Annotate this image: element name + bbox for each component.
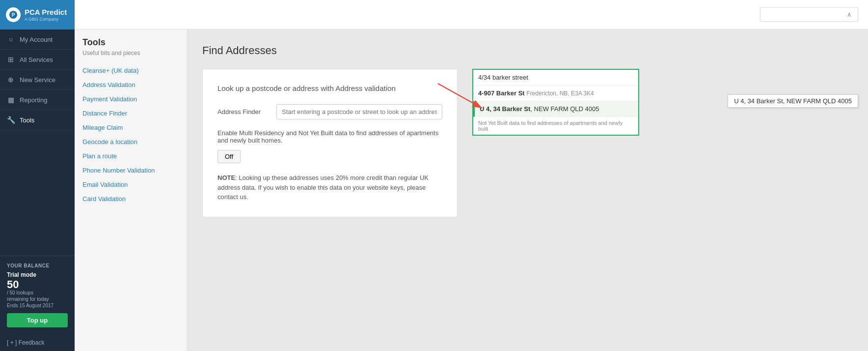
sidebar-item-reporting[interactable]: ▦ Reporting xyxy=(0,90,75,110)
note-section: NOTE: Looking up these addresses uses 20… xyxy=(217,173,442,202)
tools-link-email[interactable]: Email Validation xyxy=(75,177,187,192)
topup-button[interactable]: Top up xyxy=(7,313,68,327)
tools-icon: 🔧 xyxy=(7,116,15,124)
topbar: ∧ xyxy=(75,0,868,29)
autocomplete-item-main-0: 4-907 Barker St Fredericton, NB, E3A 3K4 xyxy=(478,89,633,97)
address-finder-label: Address Finder xyxy=(217,104,276,116)
toggle-row: Off xyxy=(217,150,442,163)
tools-link-payment[interactable]: Payment Validation xyxy=(75,92,187,106)
tools-subtitle: Useful bits and pieces xyxy=(75,50,187,57)
tools-link-phone[interactable]: Phone Number Validation xyxy=(75,163,187,177)
autocomplete-input[interactable] xyxy=(473,70,638,86)
tools-link-card[interactable]: Card Validation xyxy=(75,192,187,206)
tools-link-cleanse[interactable]: Cleanse+ (UK data) xyxy=(75,63,187,78)
logo-icon: P xyxy=(6,7,21,22)
address-input-wrap xyxy=(276,104,442,119)
grid-icon: ⊞ xyxy=(7,56,15,63)
address-input[interactable] xyxy=(276,104,442,119)
tools-link-address[interactable]: Address Validation xyxy=(75,78,187,92)
sidebar-nav: ○ My Account ⊞ All Services ⊕ New Servic… xyxy=(0,29,75,256)
page-title: Find Addresses xyxy=(202,44,853,57)
tools-link-mileage[interactable]: Mileage Claim xyxy=(75,120,187,135)
sidebar-item-label-new-service: New Service xyxy=(20,76,55,84)
multi-residency-text: Enable Multi Residency and Not Yet Built… xyxy=(217,129,442,144)
balance-remaining: remaining for today xyxy=(7,296,68,302)
tools-link-geocode[interactable]: Geocode a location xyxy=(75,135,187,149)
sidebar-item-label-reporting: Reporting xyxy=(20,96,47,104)
feedback-link[interactable]: [ + ] Feedback xyxy=(0,334,75,351)
address-finder-row: Address Finder xyxy=(217,104,442,119)
sidebar-item-label-account: My Account xyxy=(20,36,53,43)
tooltip-box: U 4, 34 Barker St, NEW FARM QLD 4005 xyxy=(728,94,858,108)
tools-heading: Tools xyxy=(75,37,187,48)
tools-link-plan-route[interactable]: Plan a route xyxy=(75,149,187,163)
sidebar-item-label-tools: Tools xyxy=(20,117,34,124)
balance-title: YOUR BALANCE xyxy=(7,263,68,268)
balance-detail: / 50 lookups xyxy=(7,290,68,295)
note-text: : Looking up these addresses uses 20% mo… xyxy=(217,174,429,201)
topbar-dropdown[interactable]: ∧ xyxy=(760,7,858,22)
chart-icon: ▦ xyxy=(7,96,15,104)
multi-residency-section: Enable Multi Residency and Not Yet Built… xyxy=(217,129,442,163)
note-label: NOTE xyxy=(217,174,235,181)
logo-sub: A GBG Company xyxy=(25,17,67,22)
autocomplete-item-0[interactable]: 4-907 Barker St Fredericton, NB, E3A 3K4 xyxy=(473,86,638,101)
svg-text:P: P xyxy=(12,12,15,18)
sidebar-item-account[interactable]: ○ My Account xyxy=(0,29,75,50)
autocomplete-more-text: Not Yet Built data to find addresses of … xyxy=(473,117,638,135)
find-addresses-card: Look up a postcode or address with Addre… xyxy=(202,69,458,217)
balance-ends: Ends 15 August 2017 xyxy=(7,303,68,308)
plus-circle-icon: ⊕ xyxy=(7,76,15,84)
sidebar-item-new-service[interactable]: ⊕ New Service xyxy=(0,70,75,90)
content: Tools Useful bits and pieces Cleanse+ (U… xyxy=(75,29,868,351)
autocomplete-item-1[interactable]: U 4, 34 Barker St, NEW FARM QLD 4005 xyxy=(473,101,638,117)
autocomplete-item-main-1: U 4, 34 Barker St, NEW FARM QLD 4005 xyxy=(480,105,633,113)
autocomplete-dropdown: 4-907 Barker St Fredericton, NB, E3A 3K4… xyxy=(472,69,639,136)
tools-link-distance[interactable]: Distance Finder xyxy=(75,106,187,120)
balance-section: YOUR BALANCE Trial mode 50 / 50 lookups … xyxy=(0,256,75,334)
tooltip-text: U 4, 34 Barker St, NEW FARM QLD 4005 xyxy=(734,97,852,105)
account-icon: ○ xyxy=(7,35,15,43)
main: ∧ Tools Useful bits and pieces Cleanse+ … xyxy=(75,0,868,351)
tools-sidebar: Tools Useful bits and pieces Cleanse+ (U… xyxy=(75,29,188,351)
sidebar-item-label-all-services: All Services xyxy=(20,56,53,63)
card-heading: Look up a postcode or address with Addre… xyxy=(217,84,442,92)
chevron-up-icon: ∧ xyxy=(847,11,852,18)
sidebar-item-tools[interactable]: 🔧 Tools xyxy=(0,110,75,130)
balance-mode: Trial mode xyxy=(7,271,68,278)
sidebar-item-all-services[interactable]: ⊞ All Services xyxy=(0,50,75,70)
logo-name: PCA Predict xyxy=(25,8,67,17)
balance-count: 50 xyxy=(7,279,68,290)
page-content: Find Addresses Look up a postcode or add… xyxy=(188,29,868,351)
logo: P PCA Predict A GBG Company xyxy=(0,0,75,29)
sidebar: P PCA Predict A GBG Company ○ My Account… xyxy=(0,0,75,351)
toggle-off-button[interactable]: Off xyxy=(217,150,241,163)
